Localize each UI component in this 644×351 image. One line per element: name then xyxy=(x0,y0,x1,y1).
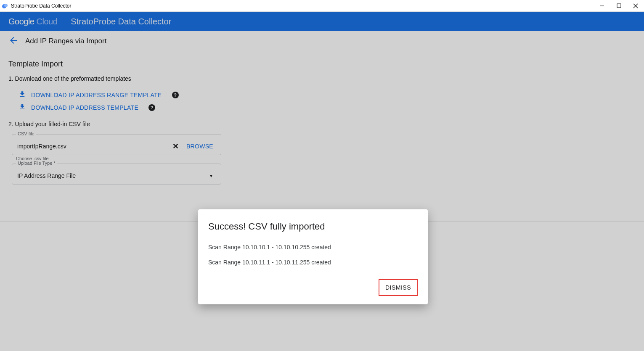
step-2-text: 2. Upload your filled-in CSV file xyxy=(8,121,636,127)
file-type-value: IP Address Range File xyxy=(17,172,209,179)
sub-header: Add IP Ranges via Import xyxy=(0,31,644,51)
close-button[interactable] xyxy=(632,3,639,9)
app-title: StratoProbe Data Collector xyxy=(71,17,171,26)
download-icon xyxy=(19,90,26,100)
modal-actions: DISMISS xyxy=(208,279,418,296)
modal-message-1: Scan Range 10.10.10.1 - 10.10.10.255 cre… xyxy=(208,244,418,251)
brand-logo: Google Cloud xyxy=(8,17,57,26)
csv-file-input-group: CSV file importIpRange.csv ✕ BROWSE xyxy=(12,134,221,155)
modal-message-2: Scan Range 10.10.11.1 - 10.10.11.255 cre… xyxy=(208,259,418,266)
page-title: Add IP Ranges via Import xyxy=(25,37,106,45)
step-1-text: 1. Download one of the preformatted temp… xyxy=(8,75,636,82)
csv-file-input[interactable]: importIpRange.csv ✕ BROWSE xyxy=(12,134,221,155)
csv-file-label: CSV file xyxy=(16,131,36,136)
maximize-button[interactable] xyxy=(615,3,622,9)
main-content: Template Import 1. Download one of the p… xyxy=(0,51,644,196)
download-address-label: DOWNLOAD IP ADDRESS TEMPLATE xyxy=(31,104,138,111)
svg-point-1 xyxy=(4,4,8,7)
help-icon[interactable]: ? xyxy=(172,92,179,98)
clear-icon[interactable]: ✕ xyxy=(172,142,179,151)
section-title: Template Import xyxy=(8,60,636,69)
window-controls xyxy=(599,3,642,9)
download-icon xyxy=(19,103,26,112)
csv-file-value: importIpRange.csv xyxy=(17,143,172,150)
download-range-template-link[interactable]: DOWNLOAD IP ADDRESS RANGE TEMPLATE ? xyxy=(19,90,636,100)
app-header: Google Cloud StratoProbe Data Collector xyxy=(0,12,644,31)
file-type-select[interactable]: IP Address Range File ▼ xyxy=(12,164,221,185)
browse-button[interactable]: BROWSE xyxy=(186,143,216,150)
minimize-button[interactable] xyxy=(599,3,605,9)
help-icon[interactable]: ? xyxy=(148,104,155,111)
app-icon xyxy=(2,3,8,9)
download-range-label: DOWNLOAD IP ADDRESS RANGE TEMPLATE xyxy=(31,92,162,98)
back-arrow-icon[interactable] xyxy=(8,35,19,47)
download-address-template-link[interactable]: DOWNLOAD IP ADDRESS TEMPLATE ? xyxy=(19,103,636,112)
file-type-label: Upload File Type * xyxy=(16,161,57,166)
svg-rect-3 xyxy=(617,4,621,8)
success-modal: Success! CSV fully imported Scan Range 1… xyxy=(198,209,428,304)
file-type-input-group: Choose .csv file Upload File Type * IP A… xyxy=(12,164,221,185)
window-title-bar: StratoProbe Data Collector xyxy=(0,0,644,12)
modal-title: Success! CSV fully imported xyxy=(208,221,418,232)
chevron-down-icon: ▼ xyxy=(209,174,216,178)
dismiss-button[interactable]: DISMISS xyxy=(379,279,418,296)
window-title: StratoProbe Data Collector xyxy=(11,3,71,9)
